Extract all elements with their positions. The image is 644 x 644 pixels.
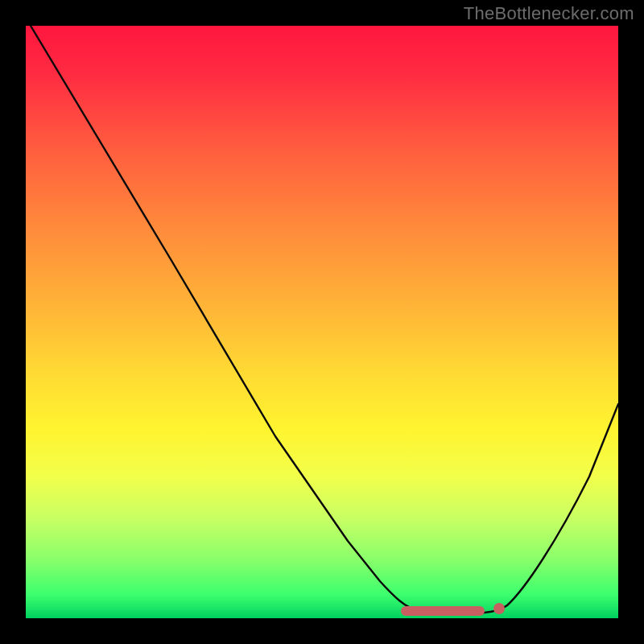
watermark-text: TheBottlenecker.com [464,3,634,24]
highlight-dot [493,603,505,614]
plot-area [26,26,618,618]
chart-frame: TheBottlenecker.com [0,0,644,644]
bottleneck-curve [31,26,618,613]
curve-layer [26,26,618,618]
